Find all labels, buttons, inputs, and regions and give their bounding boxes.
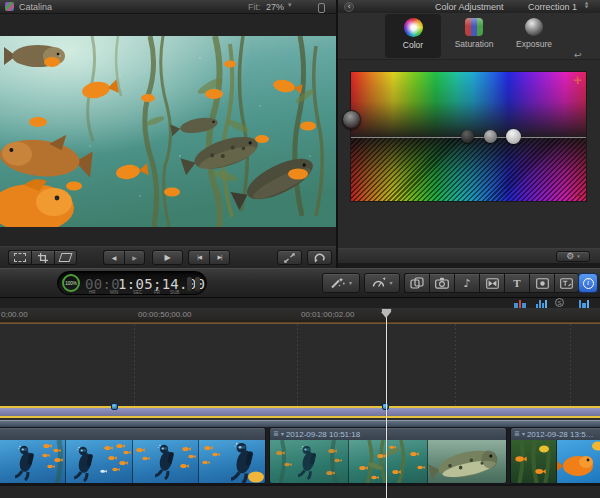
correction-stepper[interactable]: ▲ ▼ <box>585 1 588 9</box>
tab-color[interactable]: Color <box>385 14 441 58</box>
audio-lane[interactable] <box>0 406 600 418</box>
music-browser-button[interactable]: ♪ <box>454 273 479 293</box>
camera-icon <box>435 277 449 289</box>
wave-bar <box>539 300 541 308</box>
play-forward-small-button[interactable]: ▶ <box>124 250 145 265</box>
themes-browser-button[interactable] <box>554 273 579 293</box>
photos-browser-button[interactable] <box>429 273 454 293</box>
remove-puck-button[interactable]: – <box>575 188 582 202</box>
highlights-puck[interactable] <box>506 129 521 144</box>
correction-name[interactable]: Correction 1 <box>528 2 577 12</box>
clip-1-thumbnails <box>0 440 265 484</box>
speed-indicator[interactable]: 100% <box>62 274 80 292</box>
viewer-title-bar: Catalina Fit: 27% ▾ <box>0 0 336 14</box>
storyline-bar[interactable] <box>0 420 600 427</box>
audio-skimming-icon[interactable] <box>533 299 549 308</box>
titles-icon: T <box>513 277 520 289</box>
effects-browser-button[interactable] <box>404 273 429 293</box>
color-board-highlights[interactable] <box>351 72 586 137</box>
crop-icon <box>38 253 48 263</box>
timeline-clip-3[interactable]: ≣ ▾ 2012-09-28 13:5… <box>510 427 600 484</box>
play-reverse-button[interactable]: ◀ <box>103 250 124 265</box>
fullscreen-icon <box>284 253 295 263</box>
clip-dropdown-icon[interactable]: ▾ <box>281 431 284 437</box>
correction-gear-button[interactable]: ⚙ ▾ <box>556 251 590 262</box>
retime-dropdown-icon: ▾ <box>389 280 392 286</box>
clip-dropdown-icon[interactable]: ▾ <box>522 431 525 437</box>
clip-menu-icon[interactable]: ≣ <box>514 431 520 438</box>
playhead-handle[interactable] <box>381 308 392 318</box>
control-bar: 100% 00:0 1:05;14.00 HR MIN SEC FR SUB ▾ <box>0 268 600 298</box>
transform-button[interactable] <box>8 250 31 265</box>
clip-frame <box>133 440 200 484</box>
crop-button[interactable] <box>31 250 54 265</box>
fcp-window: Catalina Fit: 27% ▾ <box>0 0 600 498</box>
clip-appearance-icon[interactable] <box>512 299 528 308</box>
audio-meter-left <box>187 277 192 291</box>
clip-frame <box>557 440 600 484</box>
inspector-toggle-button[interactable]: i <box>578 273 598 293</box>
effects-icon <box>410 277 424 289</box>
keyframe-marker[interactable] <box>111 403 118 410</box>
clip-2-header: ≣ ▾ 2012-09-28 10:51:18 <box>270 428 506 440</box>
gridline <box>297 324 298 406</box>
loop-button[interactable] <box>307 250 332 265</box>
tab-exposure[interactable]: Exposure <box>506 14 562 58</box>
info-icon: i <box>583 278 594 289</box>
enhancements-button[interactable]: ▾ <box>322 273 360 293</box>
zoom-level-value[interactable]: 27% <box>266 2 284 12</box>
transitions-browser-button[interactable] <box>479 273 504 293</box>
timecode-display[interactable]: 100% 00:0 1:05;14.00 HR MIN SEC FR SUB <box>57 271 207 295</box>
track-area[interactable] <box>0 324 600 406</box>
play-button[interactable]: ▶ <box>152 250 183 265</box>
retime-button[interactable]: ▾ <box>364 273 400 293</box>
distort-icon <box>59 253 73 262</box>
solo-icon[interactable]: S <box>555 298 564 307</box>
back-button[interactable]: ‹ <box>344 2 354 12</box>
inspector-title: Color Adjustment <box>435 2 504 12</box>
inspector-header: ‹ Color Adjustment Correction 1 ▲ ▼ <box>338 0 600 14</box>
clip-frame <box>511 440 557 484</box>
previous-frame-button[interactable]: |◀ <box>188 250 209 265</box>
titles-browser-button[interactable]: T <box>504 273 529 293</box>
viewer-toolbar: ◀ ▶ ▶ |◀ ▶| <box>0 246 336 269</box>
clip-frame <box>66 440 133 484</box>
generators-browser-button[interactable] <box>529 273 554 293</box>
back-icon: ‹ <box>347 2 350 11</box>
tab-saturation[interactable]: Saturation <box>446 14 502 58</box>
timeline-clip-1[interactable] <box>0 427 266 484</box>
unit-min: MIN <box>110 290 118 295</box>
reset-correction-icon[interactable]: ↩ <box>574 51 582 60</box>
playhead-line[interactable] <box>386 308 387 498</box>
clip-menu-icon[interactable]: ≣ <box>273 431 279 438</box>
distort-button[interactable] <box>54 250 77 265</box>
tab-saturation-label: Saturation <box>455 39 494 49</box>
midtones-puck[interactable] <box>484 130 497 143</box>
global-puck[interactable] <box>342 110 361 129</box>
viewer-title: Catalina <box>19 2 52 12</box>
ruler-label-0: 0;00.00 <box>1 310 28 319</box>
viewer-image <box>0 36 336 227</box>
play-icon: ▶ <box>164 254 170 262</box>
fullscreen-button[interactable] <box>277 250 302 265</box>
retime-icon <box>371 277 386 289</box>
viewer-options-icon[interactable] <box>318 3 325 13</box>
zoom-dropdown-icon[interactable]: ▾ <box>288 2 292 9</box>
next-frame-button[interactable]: ▶| <box>209 250 230 265</box>
clip-frame <box>349 440 428 484</box>
clip-2-name: 2012-09-28 10:51:18 <box>286 430 360 439</box>
timeline-options-row <box>0 298 600 308</box>
shadows-puck[interactable] <box>461 130 474 143</box>
clip-frame <box>199 440 265 484</box>
color-wheel-icon <box>404 18 423 37</box>
add-puck-button[interactable]: + <box>573 71 582 88</box>
timeline-ruler[interactable]: 0;00.00 00:00:50;00.00 00:01:00;02.00 <box>0 308 600 324</box>
audio-meter-right <box>195 277 200 291</box>
gridline <box>134 324 135 406</box>
snapping-icon[interactable] <box>576 299 592 308</box>
timeline-clip-2[interactable]: ≣ ▾ 2012-09-28 10:51:18 <box>269 427 507 484</box>
magic-wand-icon <box>330 277 346 289</box>
color-board-shadows[interactable] <box>351 138 586 201</box>
saturation-icon <box>465 18 483 36</box>
transitions-icon <box>486 278 499 289</box>
